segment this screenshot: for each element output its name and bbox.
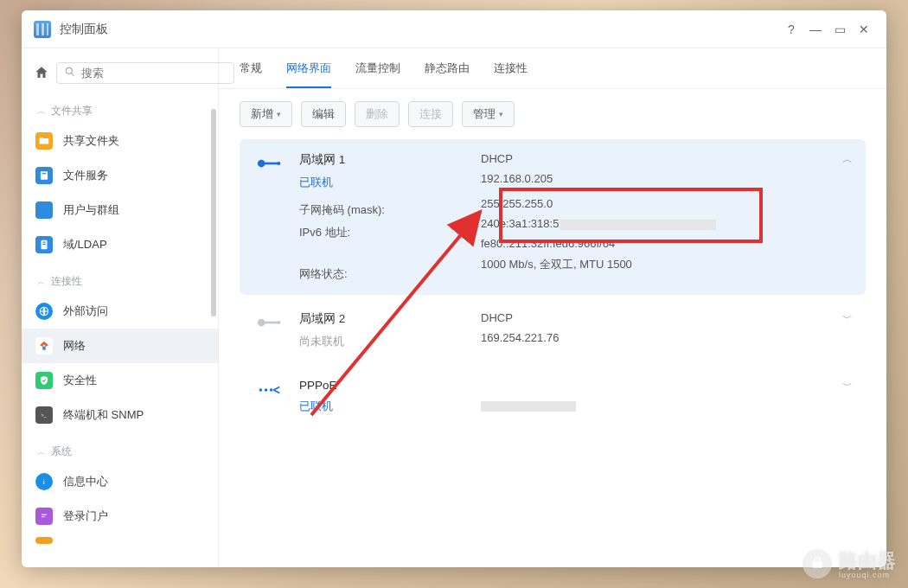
svg-rect-3 xyxy=(42,173,47,174)
svg-rect-8 xyxy=(42,244,46,245)
tab-interface[interactable]: 网络界面 xyxy=(286,61,331,88)
users-icon xyxy=(35,201,53,219)
svg-rect-10 xyxy=(42,347,46,350)
delete-button[interactable]: 删除 xyxy=(355,101,400,127)
interface-type: DHCP xyxy=(481,152,851,165)
expand-toggle[interactable]: ﹀ xyxy=(842,379,853,393)
group-header-fileshare[interactable]: ︿ 文件共享 xyxy=(22,95,218,124)
sidebar-item-users-groups[interactable]: 用户与群组 xyxy=(22,193,218,227)
sidebar-item-label: 信息中心 xyxy=(63,474,108,489)
add-button[interactable]: 新增▾ xyxy=(240,101,292,127)
interface-mask: 255.255.255.0 xyxy=(481,197,851,210)
connect-button[interactable]: 连接 xyxy=(408,101,453,127)
label-ipv6: IPv6 地址: xyxy=(299,225,481,240)
sidebar-item-domain-ldap[interactable]: 域/LDAP xyxy=(22,227,218,262)
sidebar-item-shared-folder[interactable]: 共享文件夹 xyxy=(22,124,218,158)
folder-icon xyxy=(35,132,53,150)
sidebar-item-label: 域/LDAP xyxy=(63,237,107,252)
group-header-system[interactable]: ︿ 系统 xyxy=(22,436,218,464)
close-button[interactable]: ✕ xyxy=(852,17,876,42)
interface-ipv6-b: fe80::211:32ff:fed6:966f/64 xyxy=(481,237,851,250)
interface-status: 尚未联机 xyxy=(299,334,481,349)
tab-traffic[interactable]: 流量控制 xyxy=(355,61,400,88)
search-icon xyxy=(64,66,76,80)
search-input[interactable] xyxy=(81,67,227,80)
sidebar-item-label: 终端机和 SNMP xyxy=(63,407,144,423)
interface-row-lan1[interactable]: 局域网 1 已联机 子网掩码 (mask): IPv6 地址: 网络状态: DH… xyxy=(240,139,866,295)
svg-point-26 xyxy=(270,388,273,392)
control-panel-window: 控制面板 ? — ▭ ✕ ︿ 文 xyxy=(22,10,886,567)
globe-icon xyxy=(35,303,53,320)
caret-down-icon: ▾ xyxy=(499,110,503,118)
svg-rect-22 xyxy=(264,322,279,324)
toolbar: 新增▾ 编辑 删除 连接 管理▾ xyxy=(219,89,886,139)
sidebar-item-external-access[interactable]: 外部访问 xyxy=(22,294,218,329)
interface-row-lan2[interactable]: 局域网 2 尚未联机 DHCP 169.254.221.76 ﹀ xyxy=(240,298,866,362)
interface-ip: 169.254.221.76 xyxy=(481,331,851,344)
interface-status: 已联机 xyxy=(299,399,481,414)
sidebar-item-login-portal[interactable]: 登录门户 xyxy=(22,499,218,534)
sidebar-item-network[interactable]: 网络 xyxy=(22,329,218,363)
portal-icon xyxy=(35,508,53,525)
tab-static-route[interactable]: 静态路由 xyxy=(425,61,470,88)
sidebar-item-terminal-snmp[interactable]: >_ 终端机和 SNMP xyxy=(22,398,218,432)
sidebar-item-label: 文件服务 xyxy=(63,168,108,183)
svg-line-1 xyxy=(72,73,74,75)
pppoe-icon xyxy=(254,379,284,414)
interface-type xyxy=(481,379,851,392)
edit-button[interactable]: 编辑 xyxy=(301,101,346,127)
collapse-toggle[interactable]: ︿ xyxy=(842,152,853,167)
group-header-connectivity[interactable]: ︿ 连接性 xyxy=(22,265,218,294)
svg-rect-17 xyxy=(42,516,45,517)
svg-rect-2 xyxy=(41,171,48,179)
sidebar-item-label: 外部访问 xyxy=(63,304,108,319)
svg-text:i: i xyxy=(43,478,45,486)
scrollbar-thumb[interactable] xyxy=(211,109,216,316)
svg-point-5 xyxy=(45,208,48,211)
label-mask: 子网掩码 (mask): xyxy=(299,202,481,218)
shield-icon xyxy=(35,372,53,389)
interface-name: 局域网 2 xyxy=(299,311,481,327)
interface-status: 已联机 xyxy=(299,175,481,190)
interface-ipv6-a: 240e:3a1:318:5 xyxy=(481,217,851,230)
app-icon xyxy=(34,21,51,38)
chevron-up-icon: ︿ xyxy=(37,276,46,288)
interface-name: PPPoE xyxy=(299,379,481,392)
chevron-up-icon: ︿ xyxy=(37,105,46,118)
svg-rect-16 xyxy=(42,514,47,515)
minimize-button[interactable]: — xyxy=(803,17,828,42)
caret-down-icon: ▾ xyxy=(277,110,281,118)
svg-point-4 xyxy=(41,206,45,210)
interface-type: DHCP xyxy=(481,311,851,324)
watermark-icon xyxy=(802,549,832,578)
search-field[interactable] xyxy=(56,62,234,84)
tabs: 常规 网络界面 流量控制 静态路由 连接性 xyxy=(219,48,886,89)
svg-text:>_: >_ xyxy=(42,412,47,418)
help-button[interactable]: ? xyxy=(779,17,803,42)
interface-row-pppoe[interactable]: PPPoE 已联机 ﹀ xyxy=(240,366,866,427)
sidebar-item-file-service[interactable]: 文件服务 xyxy=(22,158,218,193)
sidebar-item-label: 用户与群组 xyxy=(63,202,119,218)
svg-rect-7 xyxy=(42,242,46,243)
tab-connectivity[interactable]: 连接性 xyxy=(494,61,528,88)
terminal-icon: >_ xyxy=(35,406,53,424)
home-button[interactable] xyxy=(34,61,49,85)
sidebar-item-info-center[interactable]: i 信息中心 xyxy=(22,464,218,499)
sidebar-item-label: 安全性 xyxy=(63,373,97,388)
interface-list: 局域网 1 已联机 子网掩码 (mask): IPv6 地址: 网络状态: DH… xyxy=(219,139,886,431)
lan-connected-icon xyxy=(254,152,284,282)
sidebar-item-security[interactable]: 安全性 xyxy=(22,363,218,398)
tab-general[interactable]: 常规 xyxy=(240,61,262,88)
lan-disconnected-icon xyxy=(254,311,284,349)
sidebar-item-more[interactable] xyxy=(22,534,218,546)
manage-button[interactable]: 管理▾ xyxy=(462,101,515,127)
svg-point-25 xyxy=(265,388,268,392)
titlebar: 控制面板 ? — ▭ ✕ xyxy=(22,10,886,48)
more-icon xyxy=(35,537,53,544)
content-pane: 常规 网络界面 流量控制 静态路由 连接性 新增▾ 编辑 删除 连接 管理▾ xyxy=(219,48,886,567)
maximize-button[interactable]: ▭ xyxy=(828,17,852,42)
ldap-icon xyxy=(35,236,53,253)
svg-point-23 xyxy=(277,321,280,324)
svg-rect-19 xyxy=(264,163,279,165)
expand-toggle[interactable]: ﹀ xyxy=(842,311,853,326)
